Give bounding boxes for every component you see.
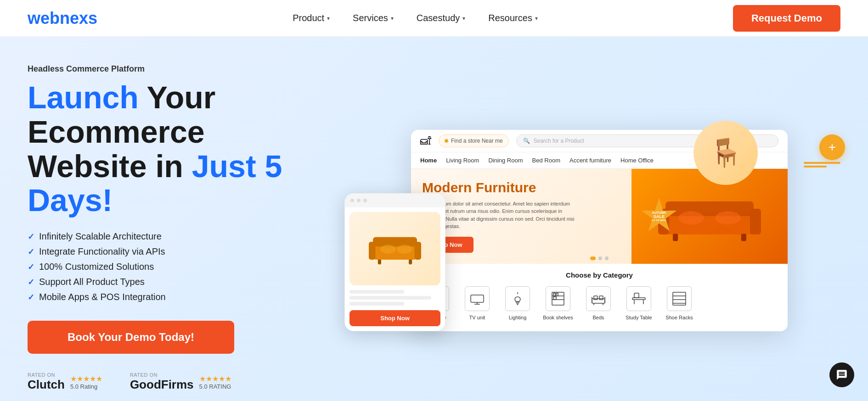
navbar: webnexs Product ▾ Services ▾ Casestudy ▾… — [0, 0, 868, 37]
nav-item-services[interactable]: Services ▾ — [353, 13, 394, 23]
request-demo-button[interactable]: Request Demo — [733, 5, 840, 32]
orange-lines-decoration — [804, 162, 840, 167]
banner-description: Lorem ipsum dolor sit amet consectetur. … — [422, 200, 578, 230]
carousel-dot-2[interactable] — [598, 256, 602, 260]
mobile-dot-3 — [363, 199, 367, 202]
svg-rect-11 — [471, 295, 484, 302]
goodfirms-name: GoodFirms — [130, 378, 194, 392]
svg-point-6 — [678, 212, 704, 225]
nav-item-resources[interactable]: Resources ▾ — [488, 13, 538, 23]
mobile-text-lines — [349, 290, 440, 306]
mobile-line-3 — [349, 302, 404, 306]
goodfirms-stars-score: ★★★★★ 5.0 RATING — [199, 374, 231, 390]
svg-rect-42 — [415, 242, 421, 260]
svg-rect-3 — [750, 209, 761, 234]
location-dot-icon — [445, 139, 448, 143]
feature-item-4: ✓Support All Product Types — [28, 277, 340, 287]
store-logo-icon: 🛋 — [420, 134, 431, 147]
hero-title-part3: Website in — [28, 149, 192, 184]
goodfirms-score: 5.0 RATING — [199, 383, 231, 390]
hero-section: Headless Commerce Platform Launch Your E… — [0, 37, 868, 401]
category-label-bookshelves: Book shelves — [543, 315, 573, 320]
search-placeholder-text: Search for a Product — [534, 138, 584, 144]
mobile-sofa-svg — [367, 226, 423, 272]
hero-right-content: 🪑 🛋 Find a store Near me 🔍 Search for a … — [358, 125, 840, 331]
category-label-beds: Beds — [592, 315, 604, 320]
logo[interactable]: webnexs — [28, 9, 97, 28]
goodfirms-rating: RATED ON GoodFirms ★★★★★ 5.0 RATING — [130, 372, 231, 392]
store-location-text: Find a store Near me — [451, 138, 503, 144]
check-icon-4: ✓ — [28, 277, 34, 287]
goodfirms-rating-info: RATED ON GoodFirms — [130, 372, 194, 392]
clutch-stars-score: ★★★★★ 5.0 Rating — [70, 374, 102, 390]
store-menu-item-home[interactable]: Home — [420, 157, 437, 164]
book-demo-button[interactable]: Book Your Demo Today! — [28, 321, 234, 354]
category-icon-beds — [586, 286, 611, 311]
svg-rect-1 — [665, 201, 754, 216]
store-menu-item-bedroom[interactable]: Bed Room — [532, 157, 560, 164]
hero-title: Launch Your Ecommerce Website in Just 5 … — [28, 80, 340, 217]
store-menu-item-dining[interactable]: Dining Room — [488, 157, 523, 164]
nav-item-casestudy[interactable]: Casestudy ▾ — [417, 13, 466, 23]
sofa-illustration — [654, 186, 765, 246]
svg-rect-44 — [409, 259, 412, 264]
nav-item-product[interactable]: Product ▾ — [293, 13, 330, 23]
mobile-dot-1 — [350, 199, 354, 202]
feature-item-3: ✓100% Customized Solutions — [28, 262, 340, 272]
chat-widget[interactable] — [829, 362, 854, 387]
svg-rect-21 — [553, 293, 555, 296]
search-icon: 🔍 — [523, 138, 530, 144]
mobile-dot-2 — [357, 199, 361, 202]
nav-label-casestudy: Casestudy — [417, 13, 460, 23]
category-item-beds[interactable]: Beds — [582, 286, 615, 320]
hero-subtitle: Headless Commerce Platform — [28, 64, 340, 74]
orange-line-1 — [804, 162, 840, 164]
store-menu-item-office[interactable]: Home Office — [620, 157, 654, 164]
store-menu-item-living[interactable]: Living Room — [446, 157, 479, 164]
category-label-tvunit: TV unit — [469, 315, 485, 320]
category-section-title: Choose by Category — [420, 271, 778, 279]
category-item-shoeracks[interactable]: Shoe Racks — [663, 286, 696, 320]
mobile-header — [345, 194, 445, 207]
category-item-studytable[interactable]: Study Table — [622, 286, 655, 320]
autumn-badge-text2: SALE — [654, 214, 665, 219]
mobile-shop-button[interactable]: Shop Now — [349, 310, 440, 326]
category-section: Choose by Category ee Table — [411, 264, 788, 331]
mobile-product-image — [349, 212, 440, 285]
check-icon-3: ✓ — [28, 262, 34, 272]
svg-rect-4 — [673, 234, 678, 241]
nav-label-product: Product — [293, 13, 324, 23]
category-item-tvunit[interactable]: TV unit — [461, 286, 494, 320]
feature-item-2: ✓Integrate Functionality via APIs — [28, 246, 340, 257]
clutch-rating-info: RATED ON Clutch — [28, 372, 65, 392]
nav-links: Product ▾ Services ▾ Casestudy ▾ Resourc… — [293, 13, 538, 23]
check-icon-2: ✓ — [28, 247, 34, 257]
svg-rect-22 — [556, 293, 558, 296]
svg-rect-27 — [594, 296, 597, 300]
category-label-lighting: Lighting — [509, 315, 527, 320]
category-item-lighting[interactable]: Lighting — [501, 286, 534, 320]
nav-label-resources: Resources — [488, 13, 532, 23]
store-location: Find a store Near me — [439, 134, 509, 147]
carousel-dot-3[interactable] — [605, 256, 609, 260]
feature-list: ✓Infinitely Scalable Architecture ✓Integ… — [28, 231, 340, 302]
svg-rect-23 — [553, 297, 556, 300]
goodfirms-rated-on: RATED ON — [130, 372, 194, 378]
store-menu-item-accent[interactable]: Accent furniture — [569, 157, 611, 164]
svg-rect-43 — [378, 259, 381, 264]
category-icon-shoeracks — [667, 286, 692, 311]
category-label-studytable: Study Table — [626, 315, 652, 320]
feature-item-5: ✓Mobile Apps & POS Integration — [28, 292, 340, 302]
autumn-badge-text1: AUTUMN — [652, 211, 666, 214]
svg-point-45 — [380, 245, 396, 253]
svg-rect-40 — [373, 237, 417, 246]
category-item-bookshelves[interactable]: Book shelves — [541, 286, 575, 320]
carousel-dot-1[interactable] — [590, 256, 596, 260]
chair-float-decoration: 🪑 — [693, 121, 758, 185]
category-items-list: ee Table TV unit — [420, 286, 778, 324]
svg-rect-28 — [599, 296, 603, 300]
check-icon-5: ✓ — [28, 292, 34, 302]
svg-rect-5 — [741, 234, 746, 241]
mobile-line-1 — [349, 290, 404, 294]
plus-button[interactable]: + — [819, 134, 845, 160]
